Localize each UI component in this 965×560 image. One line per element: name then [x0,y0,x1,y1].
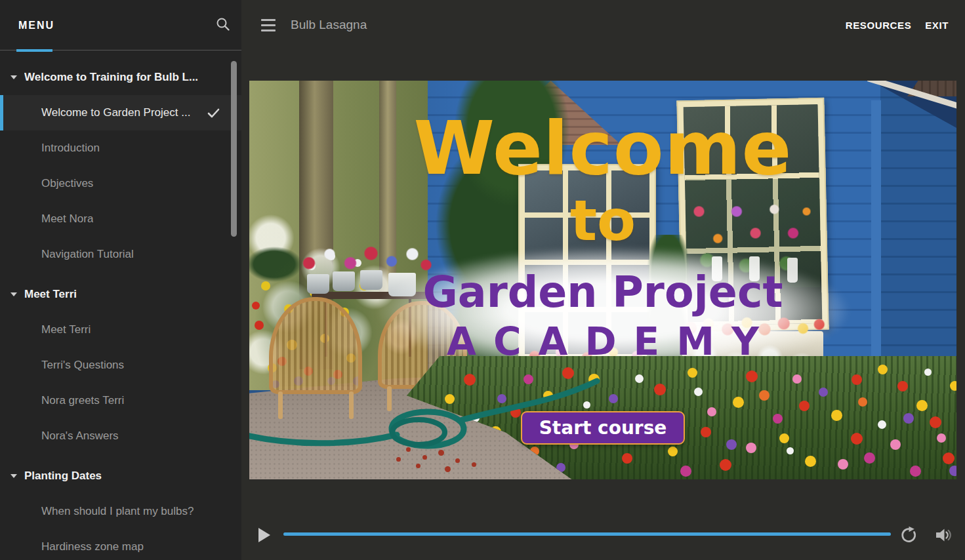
section-title: Meet Terri [24,288,77,301]
lesson-item-meet-nora[interactable]: Meet Nora [0,201,241,237]
top-nav: RESOURCES EXIT [846,20,949,31]
slide-canvas: Welcome to Garden Project ACADEMY Start … [249,81,956,479]
lesson-title: When should I plant my bulbs? [41,505,194,518]
lesson-title: Navigation Tutorial [41,248,134,261]
volume-button[interactable] [935,528,953,542]
check-icon [207,108,220,118]
menu-toggle-icon[interactable] [261,19,276,31]
lesson-item-navigation-tutorial[interactable]: Navigation Tutorial [0,237,241,272]
lesson-item-hardiness-zone-map[interactable]: Hardiness zone map [0,529,241,560]
lesson-item-terris-questions[interactable]: Terri's Questions [0,348,241,383]
lesson-title: Welcome to Garden Project ... [41,106,190,119]
play-button[interactable] [258,528,270,542]
tab-menu[interactable]: MENU [16,0,54,50]
slide-heading-line1: Welcome [414,113,792,183]
lesson-item-welcome-garden[interactable]: Welcome to Garden Project ... [0,95,241,130]
section-header-planting-dates[interactable]: Planting Dates [0,458,241,494]
lesson-title: Meet Nora [41,212,93,226]
course-menu-sidebar: MENU Welcome to Training for Bulb L... W… [0,0,241,560]
slide-subheading-line2: ACADEMY [430,320,776,364]
section-header-welcome[interactable]: Welcome to Training for Bulb L... [0,60,241,95]
slide-text-overlay: Welcome to Garden Project ACADEMY Start … [249,81,956,479]
search-icon[interactable] [216,17,230,31]
exit-button[interactable]: EXIT [925,20,949,31]
sidebar-scrollbar-thumb[interactable] [231,61,237,237]
slide-subheading-line1: Garden Project [422,271,783,313]
lesson-title: Nora greets Terri [41,394,124,407]
top-bar: Bulb Lasagna RESOURCES EXIT [241,0,965,50]
sidebar-header: MENU [0,0,241,50]
section-header-meet-terri[interactable]: Meet Terri [0,277,241,312]
lesson-title: Nora's Answers [41,430,119,443]
section-title: Planting Dates [24,470,102,483]
lesson-item-objectives[interactable]: Objectives [0,166,241,201]
seekbar[interactable] [283,532,891,536]
lesson-item-when-plant-bulbs[interactable]: When should I plant my bulbs? [0,494,241,529]
caret-down-icon [10,292,17,296]
lesson-title: Meet Terri [41,323,91,336]
lesson-title: Hardiness zone map [41,540,144,553]
replay-button[interactable] [900,526,918,544]
lesson-item-introduction[interactable]: Introduction [0,130,241,166]
section-title: Welcome to Training for Bulb L... [24,71,198,84]
course-player-window: MENU Welcome to Training for Bulb L... W… [0,0,965,560]
resources-button[interactable]: RESOURCES [846,20,911,31]
player-main-area: Bulb Lasagna RESOURCES EXIT [241,0,965,560]
course-title: Bulb Lasagna [291,18,367,32]
seekbar-progress [283,532,891,536]
lesson-list: Welcome to Training for Bulb L... Welcom… [0,51,241,560]
lesson-item-nora-greets-terri[interactable]: Nora greets Terri [0,383,241,418]
lesson-title: Objectives [41,177,93,190]
lesson-item-meet-terri[interactable]: Meet Terri [0,312,241,348]
slide-heading-line2: to [570,192,636,249]
caret-down-icon [10,75,17,79]
caret-down-icon [10,474,17,478]
menu-tab-label: MENU [16,20,54,31]
lesson-title: Terri's Questions [41,359,124,372]
lesson-title: Introduction [41,142,100,155]
lesson-item-noras-answers[interactable]: Nora's Answers [0,418,241,454]
start-course-button[interactable]: Start course [521,411,686,445]
